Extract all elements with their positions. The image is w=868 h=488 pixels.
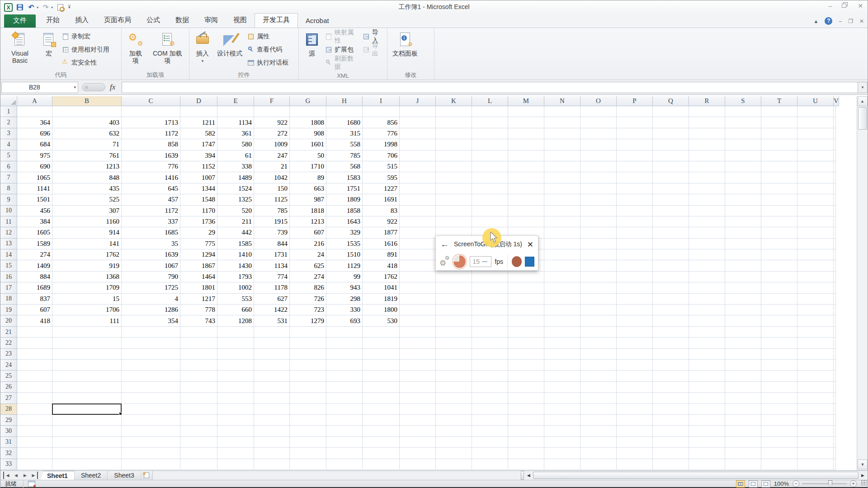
cell-P25[interactable]	[617, 371, 653, 381]
cell-A1[interactable]	[17, 106, 52, 117]
cell-D8[interactable]: 1344	[180, 183, 217, 194]
cell-J15[interactable]	[400, 260, 436, 271]
cell-U2[interactable]	[797, 117, 834, 128]
cell-H14[interactable]: 1510	[326, 249, 363, 260]
cell-U11[interactable]	[797, 216, 834, 227]
cell-A8[interactable]: 1141	[17, 183, 52, 194]
cell-R1[interactable]	[689, 106, 725, 117]
cell-G4[interactable]: 1601	[290, 139, 326, 150]
cell-C13[interactable]: 35	[122, 239, 180, 249]
cell-V5[interactable]	[834, 150, 836, 161]
cell-M31[interactable]	[508, 437, 544, 448]
cell-C28[interactable]	[122, 404, 180, 415]
cell-O31[interactable]	[580, 437, 617, 448]
cell-H19[interactable]: 330	[326, 305, 363, 315]
cell-Q19[interactable]	[653, 305, 689, 315]
cell-T12[interactable]	[761, 227, 797, 238]
cell-K9[interactable]	[436, 194, 472, 205]
cell-M22[interactable]	[508, 338, 544, 348]
cell-I33[interactable]	[363, 459, 400, 470]
row-header-11[interactable]: 11	[0, 216, 17, 227]
cell-K11[interactable]	[436, 216, 472, 227]
cell-N30[interactable]	[544, 426, 580, 436]
cell-L20[interactable]	[472, 315, 508, 326]
cell-N15[interactable]	[544, 260, 580, 271]
last-sheet-icon[interactable]: ▶	[30, 472, 38, 479]
cell-K17[interactable]	[436, 282, 472, 293]
cell-N13[interactable]	[544, 239, 580, 249]
cell-F11[interactable]: 1915	[254, 216, 290, 227]
cell-Q20[interactable]	[653, 315, 689, 326]
cell-S28[interactable]	[725, 404, 761, 415]
cell-I31[interactable]	[363, 437, 400, 448]
scroll-right-icon[interactable]: ▶	[859, 472, 867, 479]
cell-I24[interactable]	[363, 360, 400, 371]
cell-F6[interactable]: 21	[254, 161, 290, 172]
cell-U27[interactable]	[797, 393, 834, 404]
cell-I23[interactable]	[363, 349, 400, 360]
cell-M11[interactable]	[508, 216, 544, 227]
cell-N29[interactable]	[544, 415, 580, 426]
cell-E1[interactable]	[217, 106, 254, 117]
cell-S13[interactable]	[725, 239, 761, 249]
zoom-slider-handle[interactable]	[828, 480, 832, 487]
cell-L8[interactable]	[472, 183, 508, 194]
cell-M27[interactable]	[508, 393, 544, 404]
cell-K25[interactable]	[436, 371, 472, 381]
cell-P29[interactable]	[617, 415, 653, 426]
cell-A5[interactable]: 975	[17, 150, 52, 161]
cell-L18[interactable]	[472, 294, 508, 305]
cell-N8[interactable]	[544, 183, 580, 194]
cell-I10[interactable]: 83	[363, 206, 400, 216]
cell-F3[interactable]: 272	[254, 128, 290, 139]
cell-S7[interactable]	[725, 172, 761, 183]
cell-K19[interactable]	[436, 305, 472, 315]
cell-Q11[interactable]	[653, 216, 689, 227]
cell-L24[interactable]	[472, 360, 508, 371]
cell-U22[interactable]	[797, 338, 834, 348]
cell-N23[interactable]	[544, 349, 580, 360]
cell-C9[interactable]: 457	[122, 194, 180, 205]
cell-I11[interactable]: 922	[363, 216, 400, 227]
cell-L33[interactable]	[472, 459, 508, 470]
cell-P6[interactable]	[617, 161, 653, 172]
cell-A17[interactable]: 1689	[17, 282, 52, 293]
cell-G23[interactable]	[290, 349, 326, 360]
redo-dropdown-icon[interactable]: ▾	[51, 5, 53, 9]
cell-G29[interactable]	[290, 415, 326, 426]
import-button[interactable]: 导入	[363, 31, 383, 42]
cell-F29[interactable]	[254, 415, 290, 426]
cell-G9[interactable]: 987	[290, 194, 326, 205]
column-header-K[interactable]: K	[436, 96, 472, 106]
cell-R25[interactable]	[689, 371, 725, 381]
cell-R20[interactable]	[689, 315, 725, 326]
redo-button[interactable]: ↷	[42, 3, 50, 11]
cell-S19[interactable]	[725, 305, 761, 315]
cell-N17[interactable]	[544, 282, 580, 293]
cell-F10[interactable]: 785	[254, 206, 290, 216]
cell-Q25[interactable]	[653, 371, 689, 381]
cell-G16[interactable]: 274	[290, 272, 326, 282]
cell-J20[interactable]	[400, 315, 436, 326]
cell-A9[interactable]: 1501	[17, 194, 52, 205]
cell-A12[interactable]: 1605	[17, 227, 52, 238]
cell-G18[interactable]: 726	[290, 294, 326, 305]
tab-splitter-handle[interactable]	[521, 471, 524, 480]
cell-K24[interactable]	[436, 360, 472, 371]
cell-O12[interactable]	[580, 227, 617, 238]
cell-I15[interactable]: 418	[363, 260, 400, 271]
cell-O11[interactable]	[580, 216, 617, 227]
cell-F28[interactable]	[254, 404, 290, 415]
cell-K23[interactable]	[436, 349, 472, 360]
cell-D2[interactable]: 1211	[180, 117, 217, 128]
cell-T4[interactable]	[761, 139, 797, 150]
insert-function-button[interactable]: fx	[105, 83, 122, 92]
cell-J28[interactable]	[400, 404, 436, 415]
cell-A15[interactable]: 1409	[17, 260, 52, 271]
cell-E4[interactable]: 580	[217, 139, 254, 150]
cell-U30[interactable]	[797, 426, 834, 436]
column-header-L[interactable]: L	[472, 96, 508, 106]
cell-P13[interactable]	[617, 239, 653, 249]
cell-C3[interactable]: 1172	[122, 128, 180, 139]
cell-L16[interactable]	[472, 272, 508, 282]
